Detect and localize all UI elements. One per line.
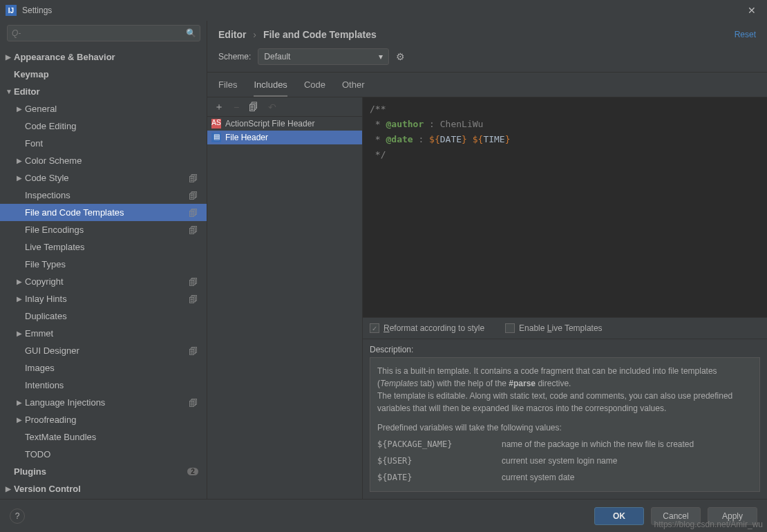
copy-icon: 🗐 [189,225,198,235]
editor-pane: /** * @author : ChenLiWu * @date : ${DAT… [363,97,767,499]
checkbox-icon [505,323,515,333]
sidebar: 🔍 ▶Appearance & Behavior Keymap ▼Editor … [0,21,207,499]
tree-file-templates[interactable]: File and Code Templates🗐 [0,204,207,221]
content-layout: 🔍 ▶Appearance & Behavior Keymap ▼Editor … [0,21,767,499]
close-icon[interactable]: ✕ [742,2,761,19]
tree-intentions[interactable]: Intentions [0,377,207,394]
tree-textmate[interactable]: TextMate Bundles [0,428,207,446]
reformat-checkbox[interactable]: Reformat according to style [370,323,484,333]
template-label: ActionScript File Header [225,119,314,129]
copy-icon: 🗐 [189,208,198,218]
search-input[interactable] [7,25,200,41]
plugins-badge: 2 [187,468,198,475]
tree-gui-designer[interactable]: GUI Designer🗐 [0,342,207,359]
tree-version-control[interactable]: ▶Version Control [0,480,207,497]
tree-live-templates[interactable]: Live Templates [0,238,207,256]
add-button[interactable]: ＋ [214,101,224,113]
watermark-text: https://blog.csdn.net/Amir_wu [654,520,763,529]
settings-tree: ▶Appearance & Behavior Keymap ▼Editor ▶G… [0,46,207,499]
tree-plugins[interactable]: Plugins2 [0,463,207,480]
tree-emmet[interactable]: ▶Emmet [0,325,207,342]
tree-file-encodings[interactable]: File Encodings🗐 [0,221,207,238]
as-file-icon: AS [211,119,221,129]
template-item-actionscript[interactable]: AS ActionScript File Header [207,117,362,131]
tree-font[interactable]: Font [0,135,207,152]
template-item-file-header[interactable]: ▤ File Header [207,131,362,144]
template-label: File Header [225,133,268,142]
tab-files[interactable]: Files [218,79,237,97]
enable-lt-label: Enable Live Templates [519,323,603,333]
remove-button[interactable]: − [234,102,239,113]
file-icon: ▤ [211,133,221,142]
copy-icon: 🗐 [189,294,198,304]
tab-includes[interactable]: Includes [254,79,287,97]
tree-color-scheme[interactable]: ▶Color Scheme [0,152,207,169]
app-icon: IJ [6,5,17,16]
copy-button[interactable]: 🗐 [249,102,258,113]
reformat-label: Reformat according to style [384,323,484,333]
template-list: AS ActionScript File Header ▤ File Heade… [207,117,362,499]
breadcrumb-current: File and Code Templates [263,29,377,40]
tree-editor[interactable]: ▼Editor [0,83,207,100]
tree-lang-inj[interactable]: ▶Language Injections🗐 [0,394,207,411]
tree-duplicates[interactable]: Duplicates [0,307,207,325]
tree-inlay[interactable]: ▶Inlay Hints🗐 [0,290,207,307]
main-panel: Editor › File and Code Templates Reset S… [207,21,767,499]
tree-code-style[interactable]: ▶Code Style🗐 [0,169,207,187]
tab-other[interactable]: Other [342,79,365,97]
checkbox-icon [370,323,379,333]
window-title: Settings [22,6,52,15]
title-bar: IJ Settings ✕ [0,0,767,21]
scheme-label: Scheme: [218,52,251,61]
copy-icon: 🗐 [189,191,198,200]
tree-todo[interactable]: TODO [0,446,207,463]
tree-inspections[interactable]: Inspections🗐 [0,187,207,204]
tree-copyright[interactable]: ▶Copyright🗐 [0,273,207,290]
gear-icon[interactable]: ⚙ [396,51,405,62]
breadcrumb: Editor › File and Code Templates [218,29,377,40]
help-button[interactable]: ? [10,509,25,524]
enable-live-templates-checkbox[interactable]: Enable Live Templates [505,323,603,333]
chevron-down-icon: ▾ [379,52,383,61]
revert-button[interactable]: ↶ [268,102,276,113]
reset-link[interactable]: Reset [735,30,756,39]
search-icon: 🔍 [186,28,196,38]
tree-general[interactable]: ▶General [0,100,207,117]
tree-images[interactable]: Images [0,359,207,377]
ok-button[interactable]: OK [594,507,644,525]
tree-appearance[interactable]: ▶Appearance & Behavior [0,48,207,66]
tabs: Files Includes Code Other [207,73,767,97]
template-list-pane: ＋ − 🗐 ↶ AS ActionScript File Header ▤ Fi… [207,97,363,499]
copy-icon: 🗐 [189,398,198,408]
description-box: This is a built-in template. It contains… [370,357,760,492]
copy-icon: 🗐 [189,277,198,287]
tree-file-types[interactable]: File Types [0,256,207,273]
tree-code-editing[interactable]: Code Editing [0,117,207,135]
footer: ? OK Cancel Apply [0,499,767,532]
copy-icon: 🗐 [189,346,198,356]
scheme-value: Default [264,52,290,61]
code-editor[interactable]: /** * @author : ChenLiWu * @date : ${DAT… [363,97,767,318]
breadcrumb-editor[interactable]: Editor [218,29,246,40]
tab-code[interactable]: Code [304,79,325,97]
tree-proofreading[interactable]: ▶Proofreading [0,411,207,428]
tree-keymap[interactable]: Keymap [0,66,207,83]
scheme-select[interactable]: Default ▾ [258,48,389,65]
description-label: Description: [363,339,767,357]
copy-icon: 🗐 [189,173,198,183]
